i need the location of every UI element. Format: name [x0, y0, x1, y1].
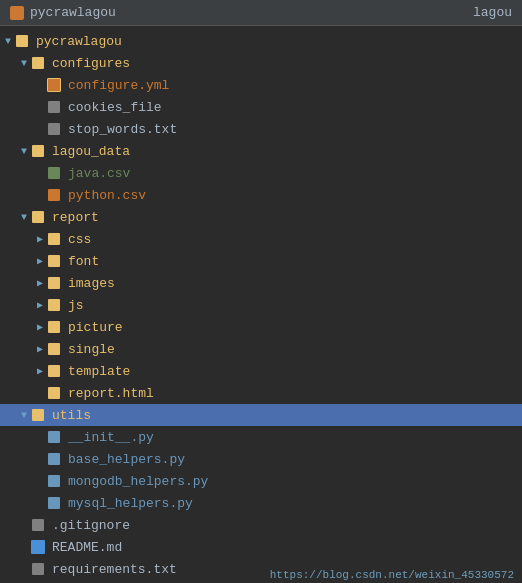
arrow-down-icon	[16, 146, 32, 157]
yaml-file-icon	[48, 77, 64, 93]
arrow-right-icon	[32, 277, 48, 289]
html-file-icon	[48, 385, 64, 401]
arrow-right-icon	[32, 233, 48, 245]
item-label: java.csv	[68, 166, 130, 181]
tree-item-js[interactable]: js	[0, 294, 522, 316]
tree-item-mongodb_helpers_py[interactable]: mongodb_helpers.py	[0, 470, 522, 492]
item-label: stop_words.txt	[68, 122, 177, 137]
tree-item-utils[interactable]: utils	[0, 404, 522, 426]
item-label: configure.yml	[68, 78, 169, 93]
item-label: css	[68, 232, 91, 247]
title-bar: pycrawlagou lagou	[0, 0, 522, 26]
project-icon	[10, 6, 24, 20]
item-label: configures	[52, 56, 130, 71]
tree-item-readme_md[interactable]: README.md	[0, 536, 522, 558]
folder-file-icon	[48, 275, 64, 291]
tree-item-css[interactable]: css	[0, 228, 522, 250]
arrow-right-icon	[32, 255, 48, 267]
tree-item-picture[interactable]: picture	[0, 316, 522, 338]
folder-file-icon	[48, 341, 64, 357]
folder-file-icon	[48, 297, 64, 313]
item-label: js	[68, 298, 84, 313]
tree-item-template[interactable]: template	[0, 360, 522, 382]
text-file-icon	[32, 561, 48, 577]
folder-file-icon	[16, 33, 32, 49]
tree-item-cookies_file[interactable]: cookies_file	[0, 96, 522, 118]
tree-item-images[interactable]: images	[0, 272, 522, 294]
item-label: utils	[52, 408, 91, 423]
tree-item-init_py[interactable]: __init__.py	[0, 426, 522, 448]
tree-item-report[interactable]: report	[0, 206, 522, 228]
tab-name: lagou	[473, 5, 512, 20]
arrow-down-icon	[0, 36, 16, 47]
item-label: mongodb_helpers.py	[68, 474, 208, 489]
folder-file-icon	[48, 363, 64, 379]
tree-item-configures[interactable]: configures	[0, 52, 522, 74]
item-label: lagou_data	[52, 144, 130, 159]
tree-item-font[interactable]: font	[0, 250, 522, 272]
python-file-icon	[48, 451, 64, 467]
tree-item-java_csv[interactable]: java.csv	[0, 162, 522, 184]
item-label: README.md	[52, 540, 122, 555]
arrow-right-icon	[32, 343, 48, 355]
tree-item-root[interactable]: pycrawlagou	[0, 30, 522, 52]
python-file-icon	[48, 429, 64, 445]
item-label: python.csv	[68, 188, 146, 203]
item-label: pycrawlagou	[36, 34, 122, 49]
tree-item-report_html[interactable]: report.html	[0, 382, 522, 404]
item-label: base_helpers.py	[68, 452, 185, 467]
item-label: requirements.txt	[52, 562, 177, 577]
tree-item-single[interactable]: single	[0, 338, 522, 360]
folder-file-icon	[32, 209, 48, 225]
item-label: __init__.py	[68, 430, 154, 445]
item-label: report	[52, 210, 99, 225]
git-file-icon	[32, 517, 48, 533]
item-label: single	[68, 342, 115, 357]
file-tree: pycrawlagouconfiguresconfigure.ymlcookie…	[0, 26, 522, 583]
item-label: .gitignore	[52, 518, 130, 533]
tree-item-python_csv[interactable]: python.csv	[0, 184, 522, 206]
tree-item-configure_yml[interactable]: configure.yml	[0, 74, 522, 96]
item-label: report.html	[68, 386, 154, 401]
text-file-icon	[48, 121, 64, 137]
item-label: font	[68, 254, 99, 269]
csv_orange-file-icon	[48, 187, 64, 203]
arrow-down-icon	[16, 58, 32, 69]
python-file-icon	[48, 495, 64, 511]
csv-file-icon	[48, 165, 64, 181]
folder-file-icon	[32, 143, 48, 159]
tree-item-lagou_data[interactable]: lagou_data	[0, 140, 522, 162]
folder-file-icon	[48, 319, 64, 335]
item-label: picture	[68, 320, 123, 335]
folder-file-icon	[32, 55, 48, 71]
arrow-down-icon	[16, 212, 32, 223]
project-name: pycrawlagou	[30, 5, 116, 20]
item-label: mysql_helpers.py	[68, 496, 193, 511]
item-label: template	[68, 364, 130, 379]
item-label: cookies_file	[68, 100, 162, 115]
python-file-icon	[48, 473, 64, 489]
url-text: https://blog.csdn.net/weixin_45330572	[270, 569, 514, 581]
tree-item-base_helpers_py[interactable]: base_helpers.py	[0, 448, 522, 470]
arrow-right-icon	[32, 321, 48, 333]
tree-item-mysql_helpers_py[interactable]: mysql_helpers.py	[0, 492, 522, 514]
arrow-down-icon	[16, 410, 32, 421]
item-label: images	[68, 276, 115, 291]
folder-file-icon	[48, 231, 64, 247]
tree-item-gitignore[interactable]: .gitignore	[0, 514, 522, 536]
tree-item-stop_words_txt[interactable]: stop_words.txt	[0, 118, 522, 140]
arrow-right-icon	[32, 299, 48, 311]
md-file-icon	[32, 539, 48, 555]
arrow-right-icon	[32, 365, 48, 377]
text-file-icon	[48, 99, 64, 115]
folder-file-icon	[48, 253, 64, 269]
folder-file-icon	[32, 407, 48, 423]
bottom-bar: https://blog.csdn.net/weixin_45330572	[262, 567, 522, 583]
